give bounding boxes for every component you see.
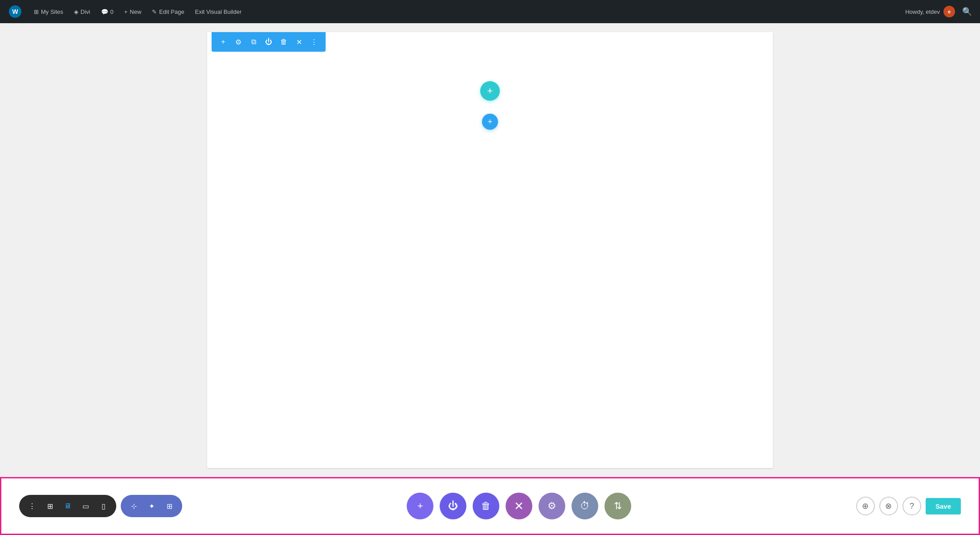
comments-icon: 💬 — [101, 8, 108, 15]
zoom-button[interactable]: ⊕ — [856, 497, 875, 515]
divi-label: Divi — [81, 8, 90, 15]
menu-button[interactable]: ⋮ — [24, 498, 41, 514]
canvas-more-button[interactable]: ⋮ — [307, 35, 321, 49]
admin-bar: W ⊞ My Sites ◈ Divi 💬 0 + New ✎ Edit Pag… — [0, 0, 980, 23]
add-row-button-blue[interactable]: + — [482, 114, 498, 130]
desktop-view-button[interactable]: 🖥 — [59, 498, 76, 514]
bottom-toolbar-right: ⊕ ⊗ ? Save — [856, 497, 961, 515]
avatar: e — [943, 6, 955, 17]
comments-item[interactable]: 💬 0 — [97, 7, 118, 17]
divi-icon: ◈ — [74, 8, 78, 15]
canvas-clone-button[interactable]: ⧉ — [246, 35, 261, 49]
view-mode-group: ⋮ ⊞ 🖥 ▭ ▯ — [19, 495, 116, 517]
canvas-toolbar: + ⚙ ⧉ ⏻ 🗑 ✕ ⋮ — [212, 32, 326, 52]
select-tool-button[interactable]: ⊹ — [125, 498, 142, 514]
move-tool-button[interactable]: ✦ — [143, 498, 160, 514]
edit-page-label: Edit Page — [159, 8, 184, 15]
divi-item[interactable]: ◈ Divi — [69, 7, 95, 17]
my-sites-label: My Sites — [41, 8, 63, 15]
tool-mode-group: ⊹ ✦ ⊞ — [121, 495, 182, 517]
admin-bar-right: Howdy, etdev e 🔍 — [905, 5, 976, 18]
power-button[interactable]: ⏻ — [440, 493, 466, 519]
close-x-button[interactable]: ✕ — [506, 493, 532, 519]
search-icon[interactable]: 🔍 — [959, 5, 976, 18]
comments-count: 0 — [110, 8, 114, 15]
canvas-delete-button[interactable]: 🗑 — [277, 35, 291, 49]
new-label: New — [130, 8, 141, 15]
mobile-view-button[interactable]: ▯ — [95, 498, 112, 514]
exit-visual-builder-label: Exit Visual Builder — [195, 8, 242, 15]
wp-logo: W — [9, 5, 21, 18]
admin-bar-left: W ⊞ My Sites ◈ Divi 💬 0 + New ✎ Edit Pag… — [4, 4, 905, 20]
new-item[interactable]: + New — [120, 7, 146, 17]
add-section-center-button[interactable]: + — [407, 493, 433, 519]
edit-page-item[interactable]: ✎ Edit Page — [147, 7, 188, 17]
grid-view-button[interactable]: ⊞ — [41, 498, 58, 514]
history-button[interactable]: ⏱ — [572, 493, 598, 519]
layers-button[interactable]: ⊗ — [879, 497, 898, 515]
grid-tool-button[interactable]: ⊞ — [161, 498, 178, 514]
responsive-button[interactable]: ⇅ — [604, 493, 631, 519]
my-sites-item[interactable]: ⊞ My Sites — [29, 7, 68, 17]
settings-center-button[interactable]: ⚙ — [539, 493, 565, 519]
edit-page-icon: ✎ — [152, 8, 157, 15]
save-button[interactable]: Save — [926, 498, 961, 514]
canvas-close-button[interactable]: ✕ — [292, 35, 306, 49]
help-button[interactable]: ? — [902, 497, 921, 515]
bottom-toolbar-center: + ⏻ 🗑 ✕ ⚙ ⏱ ⇅ — [182, 493, 856, 519]
canvas-add-button[interactable]: + — [216, 35, 230, 49]
tablet-view-button[interactable]: ▭ — [77, 498, 94, 514]
my-sites-icon: ⊞ — [34, 8, 39, 15]
exit-visual-builder-item[interactable]: Exit Visual Builder — [191, 7, 246, 17]
wp-logo-item[interactable]: W — [4, 4, 28, 20]
page-canvas: + ⚙ ⧉ ⏻ 🗑 ✕ ⋮ + + — [207, 32, 773, 468]
delete-center-button[interactable]: 🗑 — [473, 493, 499, 519]
howdy-text: Howdy, etdev — [905, 8, 940, 15]
canvas-settings-button[interactable]: ⚙ — [231, 35, 245, 49]
canvas-disable-button[interactable]: ⏻ — [261, 35, 276, 49]
new-icon: + — [124, 8, 128, 15]
main-wrapper: + ⚙ ⧉ ⏻ 🗑 ✕ ⋮ + + — [0, 23, 980, 477]
bottom-toolbar: ⋮ ⊞ 🖥 ▭ ▯ ⊹ ✦ ⊞ + ⏻ 🗑 ✕ ⚙ ⏱ ⇅ ⊕ ⊗ ? Save — [0, 477, 980, 535]
add-section-button-green[interactable]: + — [480, 81, 500, 101]
bottom-toolbar-left: ⋮ ⊞ 🖥 ▭ ▯ ⊹ ✦ ⊞ — [19, 495, 182, 517]
